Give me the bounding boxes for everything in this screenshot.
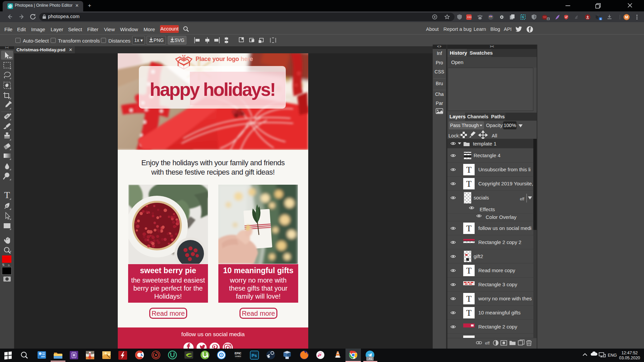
svg-text:N: N bbox=[522, 15, 524, 19]
svg-text:Rectangle 2 copy: Rectangle 2 copy bbox=[478, 324, 517, 329]
svg-text:Effects: Effects bbox=[480, 206, 495, 212]
svg-text:Lock:: Lock: bbox=[448, 133, 460, 138]
svg-text:Rectangle 4: Rectangle 4 bbox=[474, 153, 500, 158]
svg-text:.41: .41 bbox=[368, 357, 372, 360]
svg-text:03.05.2020: 03.05.2020 bbox=[619, 356, 640, 360]
svg-text:M: M bbox=[625, 15, 628, 19]
svg-text:Rectangle 2 copy 2: Rectangle 2 copy 2 bbox=[478, 239, 521, 245]
svg-text:follow us on social medi: follow us on social medi bbox=[478, 225, 531, 231]
svg-text:⇅: ⇅ bbox=[2, 263, 5, 266]
svg-text:Copyright 2019 Yoursite,: Copyright 2019 Yoursite, bbox=[478, 181, 533, 186]
svg-text:12:47:52: 12:47:52 bbox=[622, 351, 638, 355]
svg-text:Read more copy: Read more copy bbox=[478, 267, 516, 273]
svg-text:D: D bbox=[8, 264, 10, 267]
svg-text:Channels: Channels bbox=[467, 114, 488, 119]
svg-text:worry no more with thes: worry no more with thes bbox=[478, 296, 532, 301]
svg-text:Rectangle 3 copy: Rectangle 3 copy bbox=[478, 282, 517, 287]
svg-text:Pass Through: Pass Through bbox=[450, 123, 479, 128]
svg-text:Color Overlay: Color Overlay bbox=[486, 214, 517, 220]
svg-text:Swatches: Swatches bbox=[470, 50, 493, 56]
svg-text:GAMES: GAMES bbox=[235, 355, 241, 357]
svg-text:Opacity:: Opacity: bbox=[486, 123, 504, 128]
svg-text:eff: eff bbox=[485, 341, 490, 346]
svg-text:100%: 100% bbox=[503, 123, 516, 128]
svg-text:All: All bbox=[492, 133, 497, 138]
svg-text:template 1: template 1 bbox=[473, 141, 496, 146]
svg-text:Open: Open bbox=[451, 59, 464, 65]
svg-text:Paths: Paths bbox=[491, 114, 505, 119]
svg-text:EPIC: EPIC bbox=[235, 352, 241, 355]
svg-text:T: T bbox=[4, 190, 10, 200]
svg-text:eff: eff bbox=[520, 197, 525, 201]
svg-text:gift2: gift2 bbox=[474, 253, 483, 259]
svg-text:Unsubscribe from this li: Unsubscribe from this li bbox=[478, 167, 531, 172]
svg-text:Place your logo here: Place your logo here bbox=[196, 56, 253, 62]
svg-text:1: 1 bbox=[600, 17, 601, 20]
svg-text:Layers: Layers bbox=[449, 114, 466, 119]
svg-text:Ps: Ps bbox=[252, 353, 257, 358]
svg-text:socials: socials bbox=[474, 195, 489, 200]
svg-text:10 meaningful gifts: 10 meaningful gifts bbox=[478, 310, 521, 315]
svg-text:ENG: ENG bbox=[608, 353, 617, 358]
svg-text:History: History bbox=[450, 50, 467, 56]
svg-text:happy holidays!: happy holidays! bbox=[150, 79, 275, 100]
